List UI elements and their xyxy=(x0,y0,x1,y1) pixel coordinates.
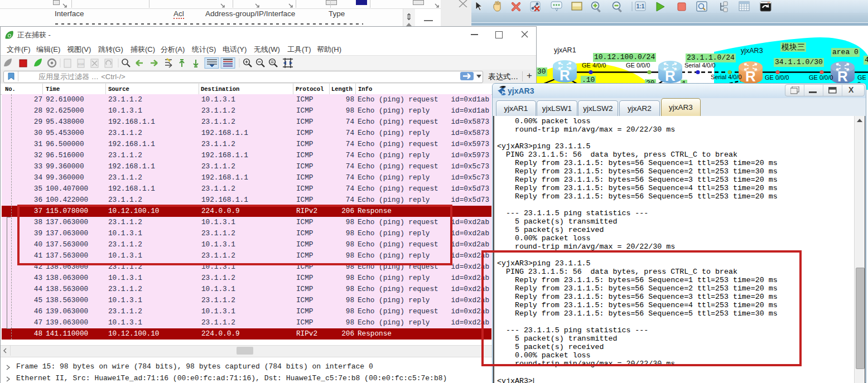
svg-text:R: R xyxy=(665,67,676,84)
svg-text:R: R xyxy=(837,68,848,85)
svg-text:R: R xyxy=(560,67,570,84)
svg-text:1:1: 1:1 xyxy=(636,3,645,9)
svg-text:R: R xyxy=(745,68,756,85)
svg-text:010: 010 xyxy=(78,62,84,66)
